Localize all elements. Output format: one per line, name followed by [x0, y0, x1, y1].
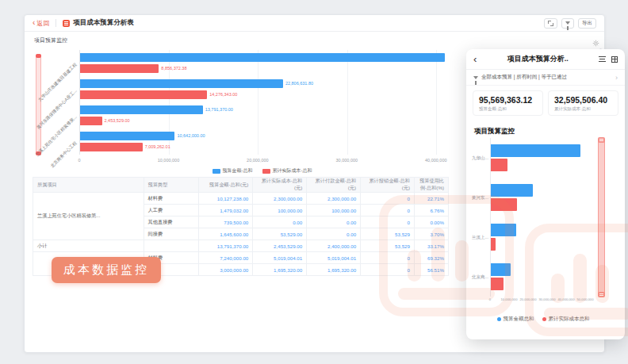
- filter-icon: [565, 21, 570, 25]
- bar-value-label: 10,642,000.00: [177, 133, 205, 138]
- status-badge: 成本数据监控: [52, 257, 161, 283]
- x-tick-label: 10,000,000: [501, 297, 518, 301]
- column-header: 预算使用比例-总和(%): [414, 178, 448, 193]
- x-tick-label: 0: [489, 297, 491, 301]
- x-tick-label: 20,000,000: [520, 297, 537, 301]
- filter-button[interactable]: [561, 18, 574, 29]
- value-cell: 53,529.00: [253, 228, 307, 240]
- value-cell: 56.51%: [414, 264, 448, 276]
- value-cell: 1,479,032.00: [199, 205, 253, 216]
- bar[interactable]: [491, 159, 507, 171]
- value-cell: 0.00: [253, 216, 307, 228]
- bar-value-label: 14,276,343.00: [209, 92, 237, 97]
- value-cell: 5,019,004.01: [253, 252, 307, 264]
- window-titlebar: ‹ 返回 项目成本预算分析表 导出: [25, 15, 604, 32]
- kpi-value: 32,595,506.40: [554, 95, 612, 105]
- legend-swatch: [213, 169, 220, 174]
- table-row: 兰溪上苑住宅小区精装修第...材料费10,127,238.002,300,000…: [33, 193, 449, 205]
- budget-type-cell: 其他直接费: [144, 216, 199, 228]
- legend-swatch: [262, 169, 270, 174]
- table-row: 小计13,791,370.002,453,529.002,400,000.005…: [33, 240, 449, 252]
- value-cell: 7,240,000.00: [199, 252, 253, 264]
- category-label: 兰溪上...: [471, 235, 488, 240]
- panel-datazoom-slider[interactable]: [598, 138, 605, 297]
- datazoom-handle-bottom[interactable]: [598, 292, 605, 297]
- value-cell: 0: [361, 264, 415, 276]
- datazoom-handle-top[interactable]: [598, 137, 605, 143]
- legend-item[interactable]: 预算金额-总和: [213, 167, 253, 174]
- export-button[interactable]: 导出: [578, 18, 596, 29]
- settings-button[interactable]: [592, 36, 599, 50]
- value-cell: 69.32%: [414, 252, 448, 264]
- bar[interactable]: [491, 144, 580, 157]
- column-header: 累计报销金额-总和(元): [361, 178, 415, 193]
- bar[interactable]: [491, 224, 516, 236]
- value-cell: 0: [361, 193, 415, 205]
- grid-icon[interactable]: [611, 56, 618, 63]
- panel-section-title: 项目预算监控: [474, 127, 515, 136]
- value-cell: 1,695,320.00: [307, 264, 361, 276]
- kpi-row: 95,569,363.12 预算金额·总和 32,595,506.40 累计实际…: [473, 90, 618, 116]
- project-cell: 兰溪上苑住宅小区精装修第...: [33, 193, 144, 240]
- value-cell: 2,300,000.00: [253, 193, 307, 205]
- value-cell: 1,645,600.00: [199, 228, 253, 240]
- budget-type-cell: [144, 240, 199, 252]
- legend-dot: [497, 317, 501, 321]
- bar[interactable]: [80, 79, 283, 88]
- bar[interactable]: [491, 238, 496, 251]
- budget-type-cell: 人工费: [144, 205, 199, 216]
- bar-value-label: 22,806,631.80: [285, 81, 313, 86]
- x-tick-label: 50,000,000: [577, 297, 594, 301]
- value-cell: 10,127,238.00: [199, 193, 253, 205]
- value-cell: 33.17%: [414, 240, 448, 252]
- budget-type-cell: 间接费: [144, 228, 199, 240]
- table-header-row: 所属项目预算类型预算金额-总和(元)累计实际成本-总和(元)累计付款金额-总和(…: [33, 178, 449, 193]
- project-cell: 小计: [33, 240, 144, 252]
- value-cell: 2,453,529.00: [253, 240, 307, 252]
- list-icon[interactable]: [599, 56, 606, 62]
- panel-title: 项目成本预算分析..: [477, 54, 599, 64]
- x-axis: 010,000,00020,000,00030,000,00040,000,00…: [79, 158, 445, 164]
- bar-group: [491, 138, 593, 178]
- bar[interactable]: [491, 278, 504, 290]
- bar[interactable]: [80, 117, 102, 125]
- filter-bar[interactable]: 全部成本预算 | 所有时间 | 等于已通过 ›: [466, 70, 625, 86]
- bar[interactable]: [80, 90, 207, 99]
- screen: ‹ 返回 项目成本预算分析表 导出 项目预算监控: [0, 0, 628, 364]
- bar[interactable]: [80, 105, 203, 114]
- panel-plot-area: [490, 138, 593, 297]
- bar[interactable]: [491, 263, 511, 276]
- mobile-panel: ‹ 项目成本预算分析.. 全部成本预算 | 所有时间 | 等于已通过 › 95,…: [466, 49, 625, 339]
- value-cell: 1,695,320.00: [253, 264, 307, 276]
- back-label: 返回: [36, 19, 49, 28]
- back-button[interactable]: ‹ 返回: [33, 19, 49, 28]
- legend-item[interactable]: 预算金额总和: [497, 316, 534, 323]
- bar-group: 黄河东路保障房中心A座工...22,806,631.8014,276,343.0…: [80, 76, 445, 102]
- legend-item[interactable]: 累计实际成本-总和: [262, 167, 312, 174]
- chevron-left-icon: ‹: [33, 20, 35, 26]
- bar[interactable]: [80, 132, 174, 140]
- gear-icon: [592, 40, 599, 47]
- chart-section-title: 项目预算监控: [34, 36, 67, 44]
- bar[interactable]: [491, 184, 533, 197]
- category-label: 黄河东...: [471, 195, 488, 201]
- bar-group: [491, 217, 593, 257]
- panel-header: ‹ 项目成本预算分析..: [466, 49, 625, 70]
- bar-group: [491, 178, 593, 217]
- fullscreen-button[interactable]: [544, 18, 557, 29]
- kpi-label: 预算金额·总和: [479, 106, 537, 112]
- bar-group: [491, 257, 593, 297]
- bar[interactable]: [80, 53, 445, 62]
- value-cell: 5,019,004.01: [307, 252, 361, 264]
- bar[interactable]: [80, 64, 159, 73]
- value-cell: 100,000.00: [253, 205, 307, 216]
- kpi-value: 95,569,363.12: [479, 95, 537, 105]
- bar[interactable]: [80, 143, 143, 151]
- bar[interactable]: [491, 198, 517, 211]
- datazoom-handle-top[interactable]: [36, 54, 41, 58]
- legend-item[interactable]: 累计实际成本总和: [542, 316, 590, 323]
- value-cell: 6.76%: [414, 205, 448, 216]
- kpi-actual-cost-total: 32,595,506.40 累计实际成本·总和: [548, 90, 618, 116]
- x-tick-label: 10,000,000: [158, 158, 180, 163]
- x-tick-label: 40,000,000: [425, 158, 447, 163]
